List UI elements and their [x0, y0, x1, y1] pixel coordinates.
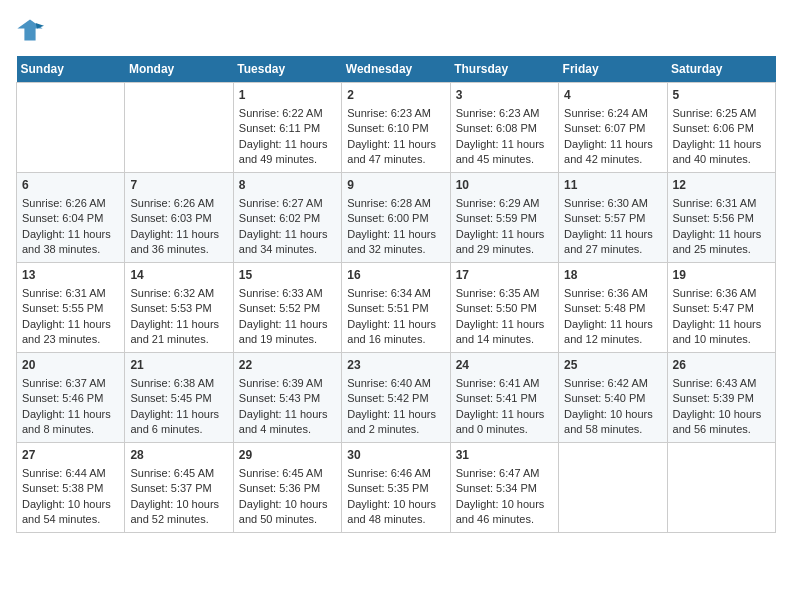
day-cell: 23Sunrise: 6:40 AMSunset: 5:42 PMDayligh… [342, 353, 450, 443]
day-info: Sunset: 5:45 PM [130, 391, 227, 406]
column-header-wednesday: Wednesday [342, 56, 450, 83]
day-info: Daylight: 11 hours and 29 minutes. [456, 227, 553, 258]
day-info: Sunrise: 6:23 AM [456, 106, 553, 121]
logo-icon [16, 16, 44, 44]
day-number: 3 [456, 87, 553, 104]
day-info: Sunset: 5:47 PM [673, 301, 770, 316]
day-info: Sunset: 6:03 PM [130, 211, 227, 226]
day-number: 12 [673, 177, 770, 194]
day-cell: 30Sunrise: 6:46 AMSunset: 5:35 PMDayligh… [342, 443, 450, 533]
day-info: Sunrise: 6:42 AM [564, 376, 661, 391]
day-info: Sunset: 5:53 PM [130, 301, 227, 316]
day-info: Sunset: 5:36 PM [239, 481, 336, 496]
day-cell [17, 83, 125, 173]
day-cell: 14Sunrise: 6:32 AMSunset: 5:53 PMDayligh… [125, 263, 233, 353]
day-cell: 18Sunrise: 6:36 AMSunset: 5:48 PMDayligh… [559, 263, 667, 353]
day-number: 7 [130, 177, 227, 194]
day-info: Daylight: 11 hours and 34 minutes. [239, 227, 336, 258]
day-info: Sunrise: 6:40 AM [347, 376, 444, 391]
day-info: Sunrise: 6:45 AM [130, 466, 227, 481]
day-number: 9 [347, 177, 444, 194]
day-cell: 25Sunrise: 6:42 AMSunset: 5:40 PMDayligh… [559, 353, 667, 443]
day-info: Sunset: 5:52 PM [239, 301, 336, 316]
day-info: Daylight: 11 hours and 8 minutes. [22, 407, 119, 438]
week-row-2: 6Sunrise: 6:26 AMSunset: 6:04 PMDaylight… [17, 173, 776, 263]
day-number: 25 [564, 357, 661, 374]
day-info: Sunrise: 6:23 AM [347, 106, 444, 121]
svg-marker-0 [17, 20, 42, 41]
day-number: 21 [130, 357, 227, 374]
day-info: Daylight: 11 hours and 40 minutes. [673, 137, 770, 168]
calendar-table: SundayMondayTuesdayWednesdayThursdayFrid… [16, 56, 776, 533]
day-info: Sunrise: 6:25 AM [673, 106, 770, 121]
day-info: Sunset: 6:11 PM [239, 121, 336, 136]
day-number: 13 [22, 267, 119, 284]
day-number: 14 [130, 267, 227, 284]
day-info: Sunset: 5:40 PM [564, 391, 661, 406]
day-cell: 22Sunrise: 6:39 AMSunset: 5:43 PMDayligh… [233, 353, 341, 443]
week-row-4: 20Sunrise: 6:37 AMSunset: 5:46 PMDayligh… [17, 353, 776, 443]
day-info: Sunset: 5:50 PM [456, 301, 553, 316]
day-info: Daylight: 11 hours and 27 minutes. [564, 227, 661, 258]
day-number: 1 [239, 87, 336, 104]
column-header-tuesday: Tuesday [233, 56, 341, 83]
day-info: Sunrise: 6:41 AM [456, 376, 553, 391]
day-cell: 16Sunrise: 6:34 AMSunset: 5:51 PMDayligh… [342, 263, 450, 353]
column-header-thursday: Thursday [450, 56, 558, 83]
day-info: Daylight: 11 hours and 6 minutes. [130, 407, 227, 438]
day-cell: 8Sunrise: 6:27 AMSunset: 6:02 PMDaylight… [233, 173, 341, 263]
day-info: Sunrise: 6:47 AM [456, 466, 553, 481]
day-number: 8 [239, 177, 336, 194]
day-info: Daylight: 11 hours and 0 minutes. [456, 407, 553, 438]
day-info: Daylight: 11 hours and 2 minutes. [347, 407, 444, 438]
day-cell: 11Sunrise: 6:30 AMSunset: 5:57 PMDayligh… [559, 173, 667, 263]
day-info: Sunrise: 6:27 AM [239, 196, 336, 211]
week-row-5: 27Sunrise: 6:44 AMSunset: 5:38 PMDayligh… [17, 443, 776, 533]
week-row-1: 1Sunrise: 6:22 AMSunset: 6:11 PMDaylight… [17, 83, 776, 173]
day-info: Sunset: 5:41 PM [456, 391, 553, 406]
day-cell: 28Sunrise: 6:45 AMSunset: 5:37 PMDayligh… [125, 443, 233, 533]
day-info: Daylight: 11 hours and 19 minutes. [239, 317, 336, 348]
day-cell: 26Sunrise: 6:43 AMSunset: 5:39 PMDayligh… [667, 353, 775, 443]
day-info: Sunrise: 6:28 AM [347, 196, 444, 211]
day-cell: 20Sunrise: 6:37 AMSunset: 5:46 PMDayligh… [17, 353, 125, 443]
day-info: Sunset: 5:43 PM [239, 391, 336, 406]
header-row: SundayMondayTuesdayWednesdayThursdayFrid… [17, 56, 776, 83]
day-number: 29 [239, 447, 336, 464]
day-info: Sunset: 5:46 PM [22, 391, 119, 406]
day-info: Sunrise: 6:45 AM [239, 466, 336, 481]
day-cell: 29Sunrise: 6:45 AMSunset: 5:36 PMDayligh… [233, 443, 341, 533]
day-info: Sunset: 5:34 PM [456, 481, 553, 496]
day-cell: 19Sunrise: 6:36 AMSunset: 5:47 PMDayligh… [667, 263, 775, 353]
day-number: 28 [130, 447, 227, 464]
day-cell: 3Sunrise: 6:23 AMSunset: 6:08 PMDaylight… [450, 83, 558, 173]
day-info: Daylight: 10 hours and 52 minutes. [130, 497, 227, 528]
day-cell [125, 83, 233, 173]
day-info: Daylight: 11 hours and 10 minutes. [673, 317, 770, 348]
day-number: 11 [564, 177, 661, 194]
day-info: Daylight: 11 hours and 49 minutes. [239, 137, 336, 168]
logo [16, 16, 48, 48]
day-info: Daylight: 11 hours and 47 minutes. [347, 137, 444, 168]
week-row-3: 13Sunrise: 6:31 AMSunset: 5:55 PMDayligh… [17, 263, 776, 353]
day-number: 20 [22, 357, 119, 374]
day-info: Sunset: 5:42 PM [347, 391, 444, 406]
day-info: Sunset: 6:08 PM [456, 121, 553, 136]
day-info: Daylight: 10 hours and 48 minutes. [347, 497, 444, 528]
day-info: Sunset: 5:37 PM [130, 481, 227, 496]
day-number: 15 [239, 267, 336, 284]
day-cell: 15Sunrise: 6:33 AMSunset: 5:52 PMDayligh… [233, 263, 341, 353]
day-number: 5 [673, 87, 770, 104]
day-info: Sunrise: 6:39 AM [239, 376, 336, 391]
day-number: 17 [456, 267, 553, 284]
day-info: Sunset: 6:10 PM [347, 121, 444, 136]
day-info: Sunrise: 6:24 AM [564, 106, 661, 121]
day-info: Sunrise: 6:38 AM [130, 376, 227, 391]
day-number: 10 [456, 177, 553, 194]
day-number: 22 [239, 357, 336, 374]
day-cell: 7Sunrise: 6:26 AMSunset: 6:03 PMDaylight… [125, 173, 233, 263]
day-info: Sunset: 5:38 PM [22, 481, 119, 496]
day-info: Sunset: 6:00 PM [347, 211, 444, 226]
day-info: Sunset: 6:04 PM [22, 211, 119, 226]
column-header-friday: Friday [559, 56, 667, 83]
